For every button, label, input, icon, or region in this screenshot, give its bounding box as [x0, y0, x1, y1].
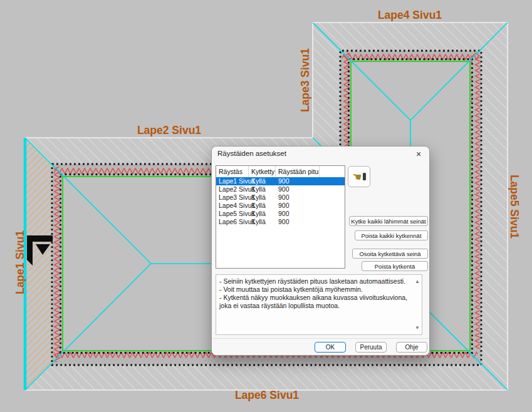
roof-edge-label-lape5: Lape5 Sivu1 [508, 175, 521, 239]
cell-raystas: Lape5 Sivu1 [216, 210, 249, 218]
cell-pituus: 900 [276, 185, 320, 193]
cell-pituus: 900 [276, 177, 320, 185]
eaves-list[interactable]: Räystäs Kytketty Räystään pituus Lape1 S… [216, 165, 345, 269]
cell-kytketty: Kyllä [249, 202, 276, 210]
ok-button[interactable]: OK [315, 342, 346, 353]
point-wall-tool-button[interactable]: ☚ [348, 166, 370, 187]
roof-edge-label-lape3: Lape3 Sivu1 [299, 48, 311, 112]
cell-kytketty: Kyllä [249, 218, 276, 226]
table-row[interactable]: Lape1 Sivu1 Kyllä 900 [216, 177, 345, 185]
scroll-down-icon[interactable]: ▼ [415, 324, 420, 332]
dialog-title: Räystäiden asetukset [217, 150, 286, 157]
table-row[interactable]: Lape3 Sivu1 Kyllä 900 [216, 193, 345, 202]
remove-all-connections-button[interactable]: Poista kaikki kytkennät [355, 230, 428, 240]
column-header-pituus[interactable]: Räystään pituus [276, 166, 320, 177]
table-row[interactable]: Lape6 Sivu1 Kyllä 900 [216, 218, 345, 226]
info-line: - Kytkentä näkyy muokkauksen aikana kuva… [219, 294, 409, 310]
cell-kytketty: Kyllä [249, 210, 276, 218]
pen-icon [363, 173, 366, 180]
selected-eave-surface [26, 138, 52, 390]
roof-edge-label-lape4: Lape4 Sivu1 [378, 9, 442, 21]
cell-kytketty: Kyllä [249, 177, 276, 185]
app-window: { "app": { "background": "#c1c1c1" }, "d… [0, 0, 532, 412]
remove-connection-button[interactable]: Poista kytkentä [362, 261, 428, 271]
info-line: - Voit muuttaa tai poistaa kytkentöjä my… [219, 286, 409, 294]
cell-raystas: Lape4 Sivu1 [216, 202, 249, 210]
roof-edge-label-lape2: Lape2 Sivu1 [137, 124, 201, 136]
roof-edge-label-lape1: Lape1 Sivu1 [14, 230, 26, 294]
cell-pituus: 900 [276, 193, 320, 202]
cell-raystas: Lape6 Sivu1 [216, 218, 249, 226]
connect-all-nearest-walls-button[interactable]: Kytke kaikki lähimmät seinät [349, 216, 428, 226]
info-text-box: - Seiniin kytkettyjen räystäiden pituus … [216, 274, 422, 335]
help-button[interactable]: Ohje [396, 342, 427, 353]
table-row[interactable]: Lape2 Sivu1 Kyllä 900 [216, 185, 345, 193]
roof-edge-label-lape6: Lape6 Sivu1 [235, 389, 299, 401]
eaves-settings-dialog: Räystäiden asetukset × Räystäs Kytketty … [211, 146, 430, 356]
cell-raystas: Lape3 Sivu1 [216, 193, 249, 202]
cell-kytketty: Kyllä [249, 193, 276, 202]
cell-pituus: 900 [276, 218, 320, 226]
cell-raystas: Lape1 Sivu1 [216, 177, 249, 185]
scroll-up-icon[interactable]: ▲ [415, 277, 420, 286]
eaves-list-header: Räystäs Kytketty Räystään pituus [216, 166, 345, 177]
cancel-button[interactable]: Peruuta [355, 342, 387, 353]
cell-kytketty: Kyllä [249, 185, 276, 193]
pointing-hand-icon: ☚ [352, 171, 362, 183]
cell-pituus: 900 [276, 202, 320, 210]
info-line: - Seiniin kytkettyjen räystäiden pituus … [219, 277, 409, 286]
close-icon[interactable]: × [413, 148, 424, 160]
point-wall-to-connect-button[interactable]: Osoita kytkettävä seinä [352, 249, 428, 259]
table-row[interactable]: Lape5 Sivu1 Kyllä 900 [216, 210, 345, 218]
column-header-raystas[interactable]: Räystäs [216, 166, 249, 177]
cell-pituus: 900 [276, 210, 320, 218]
selected-eave-hatch [26, 138, 52, 390]
cell-raystas: Lape2 Sivu1 [216, 185, 249, 193]
footer-separator [212, 338, 429, 339]
column-header-kytketty[interactable]: Kytketty [249, 166, 276, 177]
table-row[interactable]: Lape4 Sivu1 Kyllä 900 [216, 202, 345, 210]
